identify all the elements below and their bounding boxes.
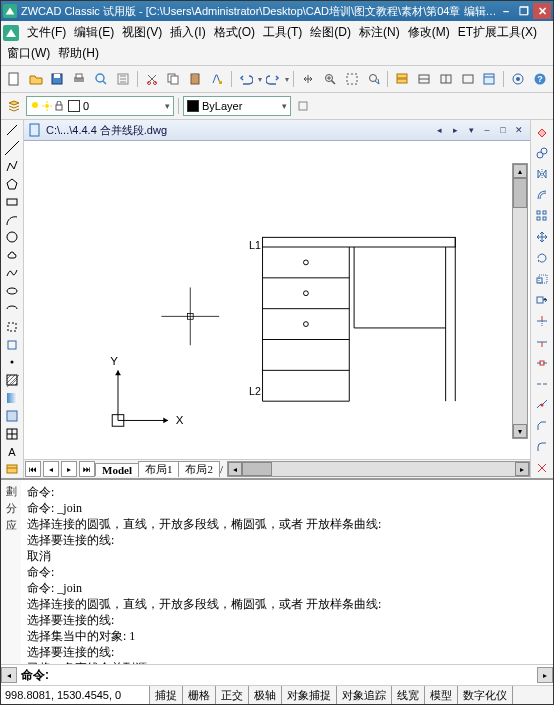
menu-window[interactable]: 窗口(W)	[3, 43, 54, 64]
otrack-toggle[interactable]: 对象追踪	[337, 686, 392, 704]
extend-button[interactable]	[532, 332, 552, 352]
layer-manager-button[interactable]	[4, 96, 24, 116]
layers-panel-icon[interactable]	[392, 69, 412, 89]
stretch-button[interactable]	[532, 290, 552, 310]
offset-button[interactable]	[532, 185, 552, 205]
menu-modify[interactable]: 修改(M)	[404, 22, 454, 43]
arc-button[interactable]	[2, 211, 22, 228]
point-button[interactable]	[2, 354, 22, 371]
save-button[interactable]	[48, 69, 68, 89]
table2-button[interactable]	[2, 461, 22, 478]
tab-layout2[interactable]: 布局2	[178, 461, 220, 477]
canvas-vscroll[interactable]: ▴ ▾	[512, 163, 528, 439]
maximize-button[interactable]: ❐	[515, 3, 533, 19]
snap-toggle[interactable]: 捕捉	[150, 686, 183, 704]
insert-button[interactable]	[2, 318, 22, 335]
explode-button[interactable]	[532, 458, 552, 478]
erase-button[interactable]	[532, 122, 552, 142]
scroll-up-icon[interactable]: ▴	[513, 164, 527, 178]
layers-b2-icon[interactable]	[436, 69, 456, 89]
help-button[interactable]: ?	[530, 69, 550, 89]
ortho-toggle[interactable]: 正交	[216, 686, 249, 704]
pan-button[interactable]	[298, 69, 318, 89]
layers-b1-icon[interactable]	[414, 69, 434, 89]
print-button[interactable]	[69, 69, 89, 89]
scroll-thumb[interactable]	[242, 462, 272, 476]
layer-combo[interactable]: 0 ▾	[26, 96, 174, 116]
undo-button[interactable]	[236, 69, 256, 89]
copy-obj-button[interactable]	[532, 143, 552, 163]
scroll-left-icon[interactable]: ◂	[228, 462, 242, 476]
menu-tools[interactable]: 工具(T)	[259, 22, 306, 43]
tab-next-button[interactable]: ▸	[61, 461, 77, 477]
doc-nav-right[interactable]: ▸	[448, 124, 462, 136]
paste-button[interactable]	[185, 69, 205, 89]
osnap-toggle[interactable]: 对象捕捉	[282, 686, 337, 704]
properties-button[interactable]	[480, 69, 500, 89]
tab-last-button[interactable]: ⏭	[79, 461, 95, 477]
join-button[interactable]	[532, 395, 552, 415]
table-button[interactable]	[2, 425, 22, 442]
doc-minimize[interactable]: –	[480, 124, 494, 136]
color-combo[interactable]: ByLayer ▾	[183, 96, 291, 116]
menu-et[interactable]: ET扩展工具(X)	[454, 22, 541, 43]
scroll-thumb[interactable]	[513, 178, 527, 208]
menu-file[interactable]: 文件(F)	[23, 22, 70, 43]
cmd-scroll-right[interactable]: ▸	[537, 667, 553, 683]
command-log[interactable]: 命令: 命令: _join 选择连接的圆弧，直线，开放多段线，椭圆弧，或者 开放…	[21, 480, 553, 664]
menu-edit[interactable]: 编辑(E)	[70, 22, 118, 43]
circle-button[interactable]	[2, 229, 22, 246]
zoom-prev-button[interactable]	[364, 69, 384, 89]
revcloud-button[interactable]	[2, 247, 22, 264]
tab-layout1[interactable]: 布局1	[138, 461, 180, 477]
new-button[interactable]	[4, 69, 24, 89]
region-button[interactable]	[2, 408, 22, 425]
break-button[interactable]	[532, 353, 552, 373]
undo-dropdown[interactable]: ▾	[258, 75, 262, 84]
xline-button[interactable]	[2, 140, 22, 157]
open-button[interactable]	[26, 69, 46, 89]
spline-button[interactable]	[2, 265, 22, 282]
doc-maximize[interactable]: □	[496, 124, 510, 136]
layers-b3-icon[interactable]	[458, 69, 478, 89]
scroll-right-icon[interactable]: ▸	[515, 462, 529, 476]
menu-format[interactable]: 格式(O)	[210, 22, 259, 43]
doc-nav-left[interactable]: ◂	[432, 124, 446, 136]
break2-button[interactable]	[532, 374, 552, 394]
tab-first-button[interactable]: ⏮	[25, 461, 41, 477]
move-button[interactable]	[532, 227, 552, 247]
block-button[interactable]	[2, 336, 22, 353]
coords-display[interactable]: 998.8081, 1530.4545, 0	[1, 686, 150, 704]
menu-insert[interactable]: 插入(I)	[166, 22, 209, 43]
publish-button[interactable]	[113, 69, 133, 89]
lw-toggle[interactable]: 线宽	[392, 686, 425, 704]
mirror-button[interactable]	[532, 164, 552, 184]
canvas-hscroll[interactable]: ◂ ▸	[227, 461, 530, 477]
menu-draw[interactable]: 绘图(D)	[306, 22, 355, 43]
scroll-down-icon[interactable]: ▾	[513, 424, 527, 438]
gradient-button[interactable]	[2, 390, 22, 407]
trim-button[interactable]	[532, 311, 552, 331]
doc-close[interactable]: ✕	[512, 124, 526, 136]
chamfer-button[interactable]	[532, 416, 552, 436]
ellipse-button[interactable]	[2, 283, 22, 300]
close-button[interactable]: ✕	[533, 3, 551, 19]
pline-button[interactable]	[2, 158, 22, 175]
rectangle-button[interactable]	[2, 193, 22, 210]
cut-button[interactable]	[142, 69, 162, 89]
menu-annotate[interactable]: 标注(N)	[355, 22, 404, 43]
hatch-button[interactable]	[2, 372, 22, 389]
fillet-button[interactable]	[532, 437, 552, 457]
preview-button[interactable]	[91, 69, 111, 89]
designcenter-icon[interactable]	[508, 69, 528, 89]
cmd-scroll-left[interactable]: ◂	[1, 667, 17, 683]
match-button[interactable]	[207, 69, 227, 89]
copy-button[interactable]	[163, 69, 183, 89]
model-toggle[interactable]: 模型	[425, 686, 458, 704]
mtext-button[interactable]: A	[2, 443, 22, 460]
tab-model[interactable]: Model	[95, 463, 139, 476]
array-button[interactable]	[532, 206, 552, 226]
grid-toggle[interactable]: 栅格	[183, 686, 216, 704]
ellipsearc-button[interactable]	[2, 300, 22, 317]
scale-button[interactable]	[532, 269, 552, 289]
